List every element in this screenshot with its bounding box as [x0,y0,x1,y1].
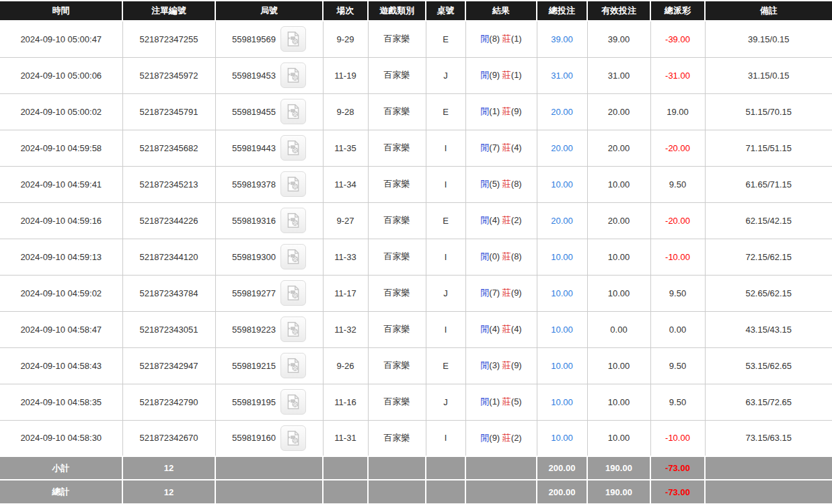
cell-game-type: 百家樂 [368,57,426,93]
cell-round: 559819300 [215,239,323,275]
result-banker-label: 莊 [502,433,511,443]
video-replay-button[interactable] [280,317,306,342]
video-replay-button[interactable] [280,425,306,451]
result-banker-label: 莊 [502,70,511,80]
round-number: 559819277 [232,288,276,298]
result-player-label: 閒 [480,215,489,225]
video-replay-button[interactable] [280,389,306,415]
total-bet-link[interactable]: 39.00 [551,34,573,44]
video-file-icon [285,429,302,447]
cell-valid-bet: 0.00 [587,311,650,347]
video-replay-button[interactable] [280,62,306,88]
cell-valid-bet: 10.00 [587,347,650,384]
result-banker-label: 莊 [502,324,511,334]
cell-round: 559819277 [215,275,323,311]
cell-bet-id: 521872343051 [122,311,215,347]
cell-valid-bet: 10.00 [587,239,650,275]
subtotal-payout: -73.00 [650,456,705,480]
total-bet-link[interactable]: 10.00 [551,288,573,298]
cell-round: 559819316 [215,202,323,239]
video-replay-button[interactable] [280,208,306,233]
cell-table-no: J [426,384,465,420]
result-player-score: (3) [489,360,500,370]
cell-bet-id: 521872345213 [122,166,215,202]
column-header-table-no: 桌號 [426,1,465,21]
result-banker-label: 莊 [502,396,511,407]
summary-empty-cell [705,456,832,480]
total-bet-link[interactable]: 20.00 [551,216,573,226]
cell-result: 閒(1) 莊(5) [465,384,537,420]
cell-session: 9-26 [323,347,368,384]
result-banker-label: 莊 [502,288,511,298]
cell-game-type: 百家樂 [368,275,426,311]
video-replay-button[interactable] [280,280,306,306]
cell-remark: 71.15/51.15 [705,130,832,166]
cell-result: 閒(7) 莊(9) [465,275,537,311]
total-bet-link[interactable]: 10.00 [551,179,573,190]
total-bet-link[interactable]: 10.00 [551,325,573,335]
video-replay-button[interactable] [280,99,306,124]
table-row: 2024-09-10 04:58:43 521872342947 5598192… [0,347,832,384]
round-number: 559819300 [232,252,276,262]
round-number: 559819195 [232,397,276,407]
cell-round: 559819569 [215,21,323,57]
total-bet-link[interactable]: 10.00 [551,397,573,407]
cell-time: 2024-09-10 04:58:43 [0,347,122,384]
table-row: 2024-09-10 04:58:30 521872342670 5598191… [0,420,832,456]
total-bet-link[interactable]: 10.00 [551,252,573,262]
cell-valid-bet: 10.00 [587,420,650,456]
cell-remark: 61.65/71.15 [705,166,832,202]
result-banker-score: (4) [511,324,522,334]
result-player-score: (8) [489,34,500,44]
result-banker-label: 莊 [502,34,511,44]
cell-payout: -31.00 [650,57,705,93]
cell-game-type: 百家樂 [368,202,426,239]
total-bet-link[interactable]: 10.00 [551,433,573,443]
result-player-score: (7) [489,288,500,298]
column-header-session: 場次 [323,1,368,21]
video-replay-button[interactable] [280,26,306,52]
result-player-score: (9) [489,433,500,443]
cell-payout: 19.00 [650,93,705,130]
cell-game-type: 百家樂 [368,347,426,384]
result-banker-score: (4) [511,142,522,153]
total-bet-link[interactable]: 31.00 [551,71,573,81]
result-player-score: (0) [489,251,500,261]
cell-bet-id: 521872345682 [122,130,215,166]
video-replay-button[interactable] [280,135,306,161]
cell-time: 2024-09-10 04:58:35 [0,384,122,420]
result-banker-score: (8) [511,179,522,189]
cell-payout: 9.50 [650,275,705,311]
cell-round: 559819160 [215,420,323,456]
cell-table-no: I [426,239,465,275]
result-banker-label: 莊 [502,142,511,153]
video-replay-button[interactable] [280,171,306,197]
cell-total-bet: 10.00 [537,420,587,456]
total-bet-link[interactable]: 10.00 [551,361,573,371]
cell-time: 2024-09-10 05:00:06 [0,57,122,93]
cell-time: 2024-09-10 05:00:47 [0,21,122,57]
cell-valid-bet: 39.00 [587,21,650,57]
cell-table-no: I [426,130,465,166]
result-player-score: (4) [489,324,500,334]
cell-total-bet: 10.00 [537,275,587,311]
video-file-icon [285,30,302,48]
video-replay-button[interactable] [280,244,306,269]
cell-bet-id: 521872345791 [122,93,215,130]
cell-time: 2024-09-10 04:59:16 [0,202,122,239]
cell-valid-bet: 10.00 [587,384,650,420]
total-bet-link[interactable]: 20.00 [551,107,573,117]
bet-history-panel: 時間 注單編號 局號 場次 遊戲類別 桌號 結果 總投注 有效投注 總派彩 備註… [0,0,832,504]
result-player-label: 閒 [480,433,489,443]
round-number: 559819316 [232,216,276,226]
cell-remark: 53.15/62.65 [705,347,832,384]
cell-payout: -20.00 [650,130,705,166]
result-banker-label: 莊 [502,360,511,370]
round-number: 559819453 [232,71,276,81]
result-banker-label: 莊 [502,215,511,225]
total-bet-link[interactable]: 20.00 [551,143,573,153]
cell-result: 閒(4) 莊(2) [465,202,537,239]
cell-round: 559819223 [215,311,323,347]
round-number: 559819160 [232,433,276,443]
video-replay-button[interactable] [280,353,306,378]
